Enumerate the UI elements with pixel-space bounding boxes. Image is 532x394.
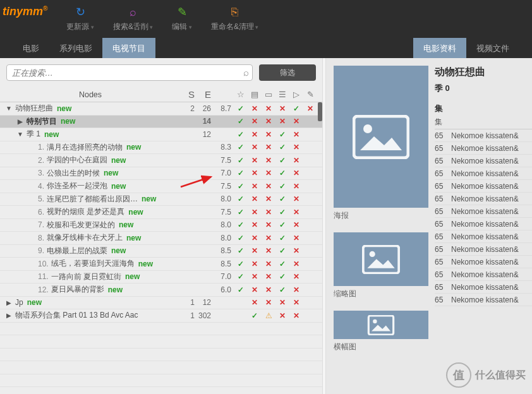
wrench-icon[interactable]: ✎ [303,90,317,99]
edit-icon: ✎ [178,5,187,19]
expand-toggle[interactable]: ▼ [5,105,13,112]
toolbar-refresh[interactable]: ↻更新源 [66,5,94,32]
episode-row[interactable]: 65Nekomoe kissaten& [435,155,532,167]
episode-row[interactable]: 65Nekomoe kissaten& [435,268,532,281]
expand-toggle[interactable]: ▼ [16,131,24,138]
table-row[interactable]: 6.视野的烟痕 是梦还是真new7.5✓✕✕✓✕ [0,206,322,219]
table-row[interactable]: 3.公狼出生的时候new7.0✓✕✕✓✕ [0,167,322,181]
right-pane: 海报 缩略图 横幅图 动物狂想曲 季 0 集 集 [326,58,532,394]
table-row-empty [0,374,322,388]
tabs-row: 电影系列电影电视节目 电影资料视频文件 [0,38,532,58]
subtitle-icon[interactable]: ☰ [275,90,289,99]
star-icon[interactable]: ☆ [234,90,248,99]
thumb-placeholder[interactable] [334,232,428,286]
table-row-empty [0,361,322,374]
table-row[interactable]: 7.校服和毛发更深处的new8.0✓✕✕✓✕ [0,219,322,232]
detail-season: 季 0 [435,83,532,94]
table-row-empty [0,387,322,390]
poster-placeholder[interactable] [334,66,428,208]
col-e[interactable]: E [197,89,214,100]
col-nodes[interactable]: Nodes [0,90,181,99]
tab-电影资料[interactable]: 电影资料 [413,38,466,58]
tab-电影[interactable]: 电影 [13,38,49,58]
svg-point-1 [363,124,372,133]
table-row[interactable]: ▶Jpnew112✕✕✕✕ [0,297,322,310]
episode-row[interactable]: 65Nekomoe kissaten& [435,218,532,230]
refresh-icon: ↻ [76,5,85,19]
detail-title: 动物狂想曲 [435,66,532,79]
episode-row[interactable]: 65Nekomoe kissaten& [435,193,532,205]
expand-toggle[interactable]: ▶ [16,118,24,125]
thumb-label: 缩略图 [334,289,428,299]
episode-row[interactable]: 65Nekomoe kissaten& [435,243,532,256]
rename-icon: ⎘ [231,5,238,19]
table-row[interactable]: 5.连尾巴脏了都能看出原因…new8.0✓✕✕✓✕ [0,193,322,206]
table-row[interactable]: ▶物语系列合集 Part 01 13 Bd Avc Aac1302✓⚠✕✕ [0,309,322,323]
top-toolbar: tinymm® ↻更新源⌕搜索&舌削✎编辑⎘重命名&清理 [0,0,532,38]
filter-button[interactable]: 筛选 [259,64,316,81]
tab-电视节目[interactable]: 电视节目 [102,38,155,58]
table-row[interactable]: ▼动物狂想曲new2268.7✓✕✕✕✓✕ [0,102,322,116]
expand-toggle[interactable]: ▶ [5,312,13,319]
image-icon[interactable]: ▭ [262,90,275,99]
episode-row[interactable]: 65Nekomoe kissaten& [435,256,532,268]
episode-row[interactable]: 65Nekomoe kissaten& [435,230,532,243]
play-icon[interactable]: ▷ [289,90,303,99]
table-row-empty [0,349,322,362]
episode-row[interactable]: 65Nekomoe kissaten& [435,294,532,306]
table-row[interactable]: 4.你连圣杯一起浸泡new7.5✓✕✕✓✕ [0,180,322,193]
svg-rect-4 [368,315,393,334]
table-row[interactable]: 10.绒毛，若要追到天涯海角new8.5✓✕✕✓✕ [0,258,322,271]
scrollbar[interactable] [317,102,322,390]
grid-header: Nodes S E ☆ ▤ ▭ ☰ ▷ ✎ [0,87,322,102]
watermark: 值 什么值得买 [446,362,526,388]
table-row[interactable]: 9.电梯最上层的战栗new8.5✓✕✕✓✕ [0,245,322,258]
app-logo: tinymm® [0,5,47,18]
tab-视频文件[interactable]: 视频文件 [466,38,519,58]
episodes-header: 集 [435,103,532,114]
episode-row[interactable]: 65Nekomoe kissaten& [435,129,532,142]
table-row[interactable]: ▼季 1new12✓✕✕✓✕ [0,128,322,141]
expand-toggle[interactable]: ▶ [5,299,13,306]
episode-row[interactable]: 65Nekomoe kissaten& [435,167,532,180]
toolbar-rename[interactable]: ⎘重命名&清理 [211,5,259,32]
left-pane: ⌕ 筛选 Nodes S E ☆ ▤ ▭ ☰ ▷ ✎ ▼动物狂想曲new2268… [0,58,322,394]
episode-row[interactable]: 65Nekomoe kissaten& [435,180,532,193]
banner-placeholder[interactable] [334,311,428,339]
svg-point-3 [370,251,375,256]
table-row[interactable]: 11.一路向前 夏日霓虹街new7.0✓✕✕✓✕ [0,271,322,284]
banner-label: 横幅图 [334,342,428,352]
search-icon: ⌕ [130,5,136,19]
poster-label: 海报 [334,210,428,221]
col-s[interactable]: S [181,89,197,100]
table-row[interactable]: 1.满月在选择照亮的动物new8.3✓✕✕✓✕ [0,141,322,155]
episode-row[interactable]: 65Nekomoe kissaten& [435,205,532,218]
table-row-empty [0,335,322,349]
table-row[interactable]: 8.就像牙线棒卡在犬牙上new8.0✓✕✕✓✕ [0,232,322,245]
svg-point-5 [373,319,377,323]
rows-container: ▼动物狂想曲new2268.7✓✕✕✕✓✕▶特别节目new14✓✕✕✕✕▼季 1… [0,102,322,390]
page-icon[interactable]: ▤ [248,90,262,99]
episode-row[interactable]: 65Nekomoe kissaten& [435,142,532,155]
toolbar-search[interactable]: ⌕搜索&舌削 [113,5,154,32]
table-row[interactable]: 2.学园的中心在庭园new7.5✓✕✕✓✕ [0,154,322,167]
ep-col-num[interactable]: 集 [435,117,451,128]
svg-rect-2 [363,246,399,273]
svg-rect-0 [354,116,408,158]
table-row[interactable]: ▶特别节目new14✓✕✕✕✕ [0,116,322,129]
table-row[interactable]: 12.夏日风暴的背影new6.0✓✕✕✓✕ [0,284,322,297]
tab-系列电影[interactable]: 系列电影 [49,38,102,58]
search-input[interactable] [6,64,253,81]
episode-row[interactable]: 65Nekomoe kissaten& [435,281,532,294]
table-row-empty [0,323,322,336]
toolbar-edit[interactable]: ✎编辑 [172,5,192,32]
search-icon[interactable]: ⌕ [243,67,249,78]
